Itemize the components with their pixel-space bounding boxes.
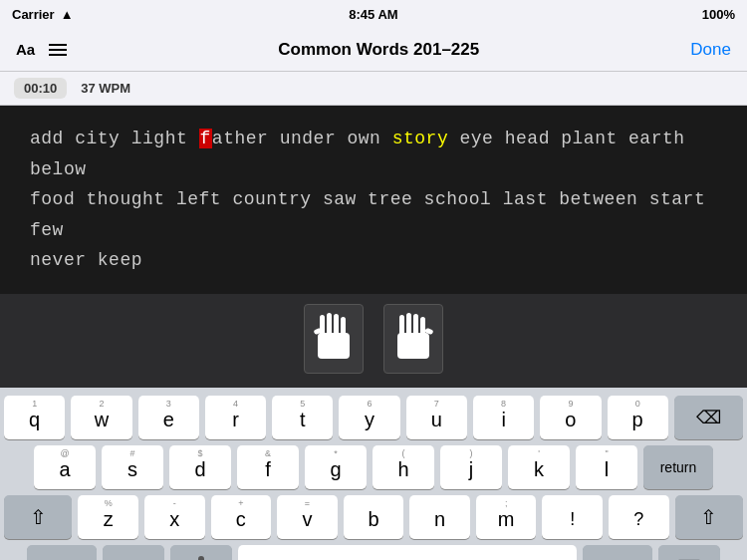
key-return[interactable]: return — [643, 445, 713, 489]
left-hand-icon — [312, 311, 356, 367]
key-m[interactable]: ; m — [476, 495, 537, 539]
status-time: 8:45 AM — [349, 7, 397, 22]
key-z-num: % — [105, 498, 113, 508]
key-w-num: 2 — [99, 399, 104, 409]
status-left: Carrier ▲ — [12, 7, 74, 22]
word-own: own — [347, 129, 391, 148]
key-w-letter: w — [95, 409, 109, 431]
key-f[interactable]: & f — [237, 445, 299, 489]
key-row-bottom: .?123 ☺ .?123 ⌨ — [4, 545, 743, 560]
word-father: father — [199, 129, 280, 148]
key-n-letter: n — [434, 508, 445, 531]
key-s[interactable]: # s — [102, 445, 163, 489]
key-e-letter: e — [163, 409, 174, 431]
key-h[interactable]: ( h — [373, 445, 434, 489]
word-below: below — [30, 159, 87, 179]
key-x[interactable]: - x — [144, 495, 205, 539]
word-school: school — [424, 189, 503, 209]
list-icon-button[interactable] — [49, 44, 67, 56]
key-u[interactable]: 7 u — [406, 396, 467, 439]
key-z-letter: z — [104, 508, 114, 531]
key-w[interactable]: 2 w — [71, 396, 131, 439]
key-row-1: 1 q 2 w 3 e 4 r 5 t 6 y 7 u 8 i — [4, 396, 743, 439]
key-question-letter: ? — [633, 509, 643, 530]
key-row-3: ⇧ % z - x + c = v b n ; m — [4, 495, 743, 539]
key-j-letter: j — [469, 458, 473, 481]
nav-title: Common Words 201–225 — [278, 40, 479, 60]
key-v[interactable]: = v — [277, 495, 338, 539]
key-mic[interactable] — [170, 545, 232, 560]
word-start: start — [649, 189, 706, 209]
key-y-num: 6 — [368, 399, 373, 409]
key-r-letter: r — [232, 409, 239, 431]
word-last: last — [503, 189, 560, 209]
text-line-1: add city light father under own story ey… — [30, 124, 717, 184]
word-under: under — [280, 129, 348, 148]
word-head: head — [505, 129, 562, 148]
word-story: story — [392, 129, 460, 148]
key-question[interactable]: ? — [609, 495, 669, 539]
text-line-3: never keep — [30, 245, 717, 276]
key-p-letter: p — [632, 409, 643, 431]
key-a-num: @ — [60, 448, 69, 458]
word-city: city — [75, 129, 131, 148]
key-k-letter: k — [534, 458, 544, 481]
nav-bar: Aa Common Words 201–225 Done — [0, 28, 747, 72]
key-r[interactable]: 4 r — [205, 396, 266, 439]
key-y[interactable]: 6 y — [339, 396, 399, 439]
word-light: light — [131, 129, 199, 148]
text-line-2: food thought left country saw tree schoo… — [30, 184, 717, 245]
key-p[interactable]: 0 p — [608, 396, 668, 439]
key-l[interactable]: " l — [576, 445, 637, 489]
key-numbers[interactable]: .?123 — [27, 545, 97, 560]
key-keyboard[interactable]: ⌨ — [658, 545, 720, 560]
key-f-letter: f — [265, 458, 271, 481]
text-display-area: add city light father under own story ey… — [0, 106, 747, 294]
key-x-num: - — [173, 498, 176, 508]
key-i[interactable]: 8 i — [473, 396, 534, 439]
key-exclaim[interactable]: ! — [542, 495, 603, 539]
key-shift-left[interactable]: ⇧ — [4, 495, 72, 539]
key-v-letter: v — [302, 508, 312, 531]
right-hand-box — [383, 304, 443, 374]
key-period[interactable]: .?123 — [583, 545, 652, 560]
word-keep: keep — [98, 250, 142, 270]
key-o[interactable]: 9 o — [540, 396, 601, 439]
key-e[interactable]: 3 e — [138, 396, 199, 439]
key-a[interactable]: @ a — [34, 445, 96, 489]
key-q-letter: q — [29, 409, 40, 431]
key-k[interactable]: ' k — [508, 445, 570, 489]
key-space[interactable] — [238, 545, 577, 560]
key-q-num: 1 — [32, 399, 37, 409]
key-m-letter: m — [498, 508, 515, 531]
key-d[interactable]: $ d — [169, 445, 231, 489]
word-thought: thought — [87, 189, 176, 209]
key-n[interactable]: n — [409, 495, 470, 539]
key-z[interactable]: % z — [78, 495, 138, 539]
word-add: add — [30, 129, 75, 148]
key-m-num: ; — [505, 498, 508, 508]
delete-icon: ⌫ — [696, 407, 721, 428]
key-r-num: 4 — [233, 399, 238, 409]
key-h-letter: h — [397, 458, 408, 481]
key-d-num: $ — [197, 448, 202, 458]
key-shift-right[interactable]: ⇧ — [675, 495, 743, 539]
key-emoji[interactable]: ☺ — [103, 545, 164, 560]
key-c[interactable]: + c — [211, 495, 272, 539]
key-j[interactable]: ) j — [440, 445, 502, 489]
nav-left: Aa — [16, 41, 67, 58]
key-exclaim-letter: ! — [570, 509, 575, 530]
key-u-num: 7 — [434, 399, 439, 409]
key-t-letter: t — [300, 409, 306, 431]
key-t[interactable]: 5 t — [272, 396, 333, 439]
keyboard-area: 1 q 2 w 3 e 4 r 5 t 6 y 7 u 8 i — [0, 388, 747, 560]
key-q[interactable]: 1 q — [4, 396, 65, 439]
key-g[interactable]: * g — [305, 445, 367, 489]
key-row-2: @ a # s $ d & f * g ( h ) j ' k — [4, 445, 743, 489]
key-j-num: ) — [470, 448, 473, 458]
key-b-letter: b — [368, 508, 378, 531]
key-b[interactable]: b — [344, 495, 404, 539]
key-delete[interactable]: ⌫ — [674, 396, 743, 439]
done-button[interactable]: Done — [690, 40, 731, 60]
aa-button[interactable]: Aa — [16, 41, 35, 58]
